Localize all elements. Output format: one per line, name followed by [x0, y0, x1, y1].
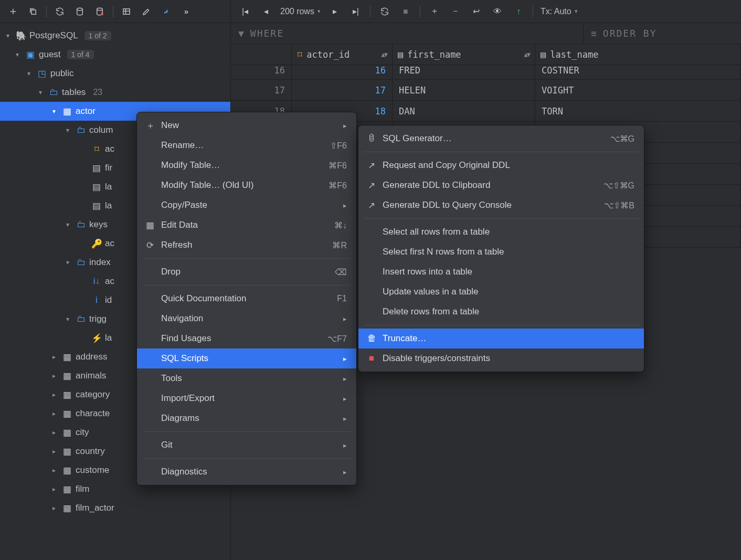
row-number[interactable]: 17	[231, 80, 292, 100]
sort-indicator-icon[interactable]: ▲▼	[524, 51, 530, 58]
submenu-request-copy-ddl[interactable]: ↗Request and Copy Original DDL	[358, 155, 644, 175]
sort-indicator-icon[interactable]: ▲▼	[382, 51, 387, 58]
cell-first-name[interactable]: DAN	[393, 101, 535, 121]
row-number[interactable]: 16	[231, 65, 292, 79]
menu-drop[interactable]: Drop⌫	[137, 262, 356, 282]
submenu-delete[interactable]: Delete rows from a table	[358, 302, 644, 322]
submenu-generate-ddl-console[interactable]: ↗Generate DDL to Query Console⌥⇧⌘B	[358, 195, 644, 215]
grid-corner[interactable]	[231, 44, 292, 65]
datasource-icon[interactable]	[71, 3, 89, 20]
tree-root[interactable]: ▾ 🐘 PostgreSQL 1 of 2	[0, 26, 230, 45]
chevron-down-icon[interactable]: ▾	[63, 315, 72, 323]
refresh-icon[interactable]	[51, 3, 69, 20]
menu-edit-data[interactable]: ▦Edit Data⌘↓	[137, 215, 356, 235]
plus-icon: ＋	[144, 120, 156, 132]
chevron-right-icon[interactable]: ▸	[49, 391, 59, 398]
tree-db[interactable]: ▾ ▣ guest 1 of 4	[0, 45, 230, 64]
menu-modify-old[interactable]: Modify Table… (Old UI)⌘F6	[137, 175, 356, 195]
menu-navigation[interactable]: Navigation▸	[137, 309, 356, 329]
preview-icon[interactable]: 👁	[489, 3, 506, 20]
submenu-truncate[interactable]: 🗑Truncate…	[358, 329, 644, 348]
context-menu[interactable]: ＋New▸ Rename…⇧F6 Modify Table…⌘F6 Modify…	[136, 112, 357, 485]
table-row[interactable]: 1616FREDCOSTNER	[231, 65, 741, 80]
chevron-down-icon[interactable]: ▾	[24, 70, 34, 77]
col-header-last[interactable]: ▤ last_name	[535, 44, 741, 65]
first-page-icon[interactable]: |◂	[236, 3, 254, 20]
table-icon: ▦	[62, 484, 72, 495]
cell-last-name[interactable]: VOIGHT	[535, 80, 741, 100]
chevron-right-icon[interactable]: ▸	[49, 353, 59, 361]
rows-dropdown[interactable]: 200 rows▾	[278, 7, 323, 16]
where-filter[interactable]: ▼ WHERE	[231, 23, 584, 44]
chevron-right-icon[interactable]: ▸	[49, 429, 59, 436]
chevron-right-icon[interactable]: ▸	[49, 485, 59, 493]
tree-schema[interactable]: ▾ ◳ public	[0, 64, 230, 83]
reload-icon[interactable]	[376, 3, 394, 20]
tree-label: PostgreSQL	[29, 30, 78, 41]
menu-diagrams[interactable]: Diagrams▸	[137, 408, 356, 428]
cell-last-name[interactable]: COSTNER	[535, 65, 741, 79]
chevron-right-icon[interactable]: ▸	[49, 372, 59, 379]
submenu-select-n[interactable]: Select first N rows from a table	[358, 242, 644, 262]
chevron-down-icon[interactable]: ▾	[36, 89, 45, 96]
chevron-down-icon[interactable]: ▾	[63, 126, 72, 134]
cell-actor-id[interactable]: 16	[292, 65, 393, 79]
chevron-down-icon[interactable]: ▾	[13, 51, 22, 58]
tx-dropdown[interactable]: Tx: Auto▾	[538, 7, 580, 16]
cell-actor-id[interactable]: 17	[292, 80, 393, 100]
menu-diagnostics[interactable]: Diagnostics▸	[137, 462, 356, 482]
menu-tools[interactable]: Tools▸	[137, 368, 356, 388]
menu-sql-scripts[interactable]: SQL Scripts▸	[137, 348, 356, 368]
next-page-icon[interactable]: ▸	[326, 3, 344, 20]
tree-table[interactable]: ▸▦film_actor	[0, 499, 230, 517]
menu-find-usages[interactable]: Find Usages⌥F7	[137, 329, 356, 348]
submenu-disable-triggers[interactable]: ■Disable triggers/constraints	[358, 348, 644, 368]
edit-icon[interactable]	[137, 3, 155, 20]
prev-page-icon[interactable]: ◂	[257, 3, 275, 20]
menu-copy-paste[interactable]: Copy/Paste▸	[137, 195, 356, 215]
submenu-sql-generator[interactable]: 🛢SQL Generator…⌥⌘G	[358, 129, 644, 149]
chevron-down-icon[interactable]: ▾	[3, 32, 13, 39]
last-page-icon[interactable]: ▸|	[347, 3, 365, 20]
add-icon[interactable]	[4, 3, 22, 20]
submenu-insert[interactable]: Insert rows into a table	[358, 262, 644, 282]
cell-first-name[interactable]: FRED	[393, 65, 535, 79]
tree-label: characte	[76, 408, 110, 419]
menu-refresh[interactable]: ⟳Refresh⌘R	[137, 235, 356, 255]
table-row[interactable]: 1717HELENVOIGHT	[231, 80, 741, 101]
revert-icon[interactable]: ↩	[468, 3, 485, 20]
chevron-right-icon[interactable]: ▸	[49, 504, 59, 512]
submenu-update[interactable]: Update values in a table	[358, 282, 644, 302]
submenu-select-all[interactable]: Select all rows from a table	[358, 222, 644, 242]
cell-last-name[interactable]: TORN	[535, 101, 741, 121]
menu-rename[interactable]: Rename…⇧F6	[137, 135, 356, 155]
table-icon[interactable]	[118, 3, 135, 20]
chevron-down-icon[interactable]: ▾	[63, 221, 72, 228]
col-header-id[interactable]: ⌑ actor_id ▲▼	[292, 44, 393, 65]
orderby-filter[interactable]: ≡ ORDER BY	[584, 23, 741, 44]
copy-icon[interactable]	[24, 3, 42, 20]
add-row-icon[interactable]: ＋	[426, 3, 443, 20]
datasource-stop-icon[interactable]	[91, 3, 109, 20]
submit-icon[interactable]: ↑	[510, 3, 527, 20]
orderby-label: ORDER BY	[603, 28, 657, 39]
jump-icon[interactable]	[157, 3, 175, 20]
submenu-generate-ddl-clipboard[interactable]: ↗Generate DDL to Clipboard⌥⇧⌘G	[358, 175, 644, 195]
menu-modify[interactable]: Modify Table…⌘F6	[137, 155, 356, 175]
col-header-first[interactable]: ▤ first_name ▲▼	[393, 44, 535, 65]
chevron-right-icon[interactable]: ▸	[49, 467, 59, 474]
stop-icon[interactable]: ■	[397, 3, 415, 20]
menu-git[interactable]: Git▸	[137, 435, 356, 455]
chevron-down-icon[interactable]: ▾	[49, 108, 59, 115]
menu-quick-doc[interactable]: Quick DocumentationF1	[137, 289, 356, 309]
remove-row-icon[interactable]: －	[447, 3, 464, 20]
menu-import-export[interactable]: Import/Export▸	[137, 388, 356, 408]
tree-tables-folder[interactable]: ▾ 🗀 tables 23	[0, 83, 230, 102]
more-icon[interactable]: »	[177, 3, 195, 20]
menu-new[interactable]: ＋New▸	[137, 115, 356, 135]
chevron-right-icon[interactable]: ▸	[49, 448, 59, 455]
cell-first-name[interactable]: HELEN	[393, 80, 535, 100]
chevron-right-icon[interactable]: ▸	[49, 410, 59, 417]
chevron-down-icon[interactable]: ▾	[63, 259, 72, 266]
context-submenu-sql[interactable]: 🛢SQL Generator…⌥⌘G ↗Request and Copy Ori…	[358, 125, 644, 372]
